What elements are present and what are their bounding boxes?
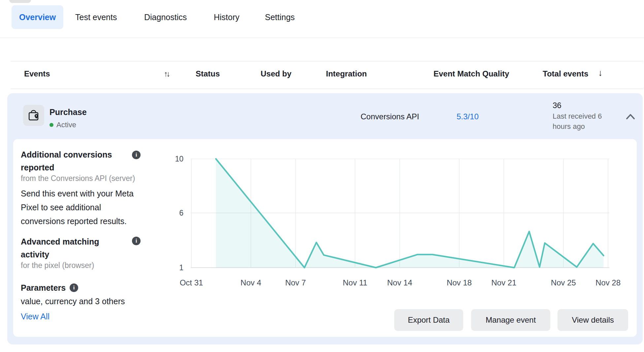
event-match-quality-value[interactable]: 5.3/10 xyxy=(457,112,479,121)
column-header-used-by: Used by xyxy=(261,69,291,78)
column-header-event-match-quality: Event Match Quality xyxy=(434,69,509,78)
shopping-bag-icon xyxy=(26,108,41,123)
column-header-events: Events xyxy=(24,69,50,78)
view-details-button[interactable]: View details xyxy=(558,309,628,331)
view-all-link[interactable]: View All xyxy=(21,312,49,321)
advanced-matching-info-icon[interactable]: i xyxy=(132,237,141,245)
events-manager-page: Overview Test events Diagnostics History… xyxy=(0,0,644,352)
integration-value: Conversions API xyxy=(361,112,419,121)
collapse-chevron-icon[interactable] xyxy=(626,113,635,120)
tab-history[interactable]: History xyxy=(214,5,240,29)
event-name: Purchase xyxy=(49,107,87,117)
export-data-label: Export Data xyxy=(408,315,450,325)
additional-conversions-body: Send this event with your Meta Pixel to … xyxy=(21,187,136,228)
table-header-bottom-border xyxy=(11,89,643,89)
total-events-cell: 36 Last received 6 hours ago xyxy=(553,101,617,132)
table-top-border xyxy=(11,61,643,61)
column-header-integration: Integration xyxy=(326,69,367,78)
tab-overview-label: Overview xyxy=(19,13,56,22)
parameters-value: value, currency and 3 others xyxy=(21,296,125,307)
truncated-top-element xyxy=(9,0,31,3)
sort-updown-icon[interactable]: ↑↓ xyxy=(164,70,169,78)
tab-settings-label: Settings xyxy=(265,13,295,22)
tab-test-events[interactable]: Test events xyxy=(75,5,117,29)
column-header-total-events: Total events xyxy=(543,69,588,78)
purchase-event-icon-tile xyxy=(23,105,44,126)
status-label: Active xyxy=(56,121,76,129)
event-status: Active xyxy=(49,121,76,129)
additional-conversions-info-icon[interactable]: i xyxy=(132,151,141,159)
tab-overview[interactable]: Overview xyxy=(12,5,63,29)
manage-event-label: Manage event xyxy=(486,315,536,325)
tabbar-divider xyxy=(0,38,644,38)
parameters-title: Parameters xyxy=(21,283,66,293)
advanced-matching-subtitle: for the pixel (browser) xyxy=(21,261,94,270)
column-header-status: Status xyxy=(196,69,220,78)
view-details-label: View details xyxy=(572,315,614,325)
additional-conversions-subtitle: from the Conversions API (server) xyxy=(21,174,135,183)
export-data-button[interactable]: Export Data xyxy=(394,309,463,331)
tab-test-events-label: Test events xyxy=(75,13,117,22)
parameters-info-icon[interactable]: i xyxy=(70,283,78,292)
last-received-label: Last received 6 hours ago xyxy=(553,111,617,132)
tab-settings[interactable]: Settings xyxy=(265,5,295,29)
additional-conversions-title: Additional conversions reported xyxy=(21,148,126,174)
status-green-dot-icon xyxy=(49,123,53,127)
manage-event-button[interactable]: Manage event xyxy=(471,309,550,331)
tab-history-label: History xyxy=(214,13,240,22)
parameters-row: Parameters i xyxy=(21,283,78,293)
advanced-matching-title: Advanced matching activity xyxy=(21,235,113,261)
total-events-value: 36 xyxy=(553,101,617,110)
tab-diagnostics-label: Diagnostics xyxy=(144,13,187,22)
event-row-purchase[interactable]: Purchase Active Conversions API 5.3/10 3… xyxy=(7,93,643,139)
sort-down-arrow-icon[interactable]: ↓ xyxy=(598,68,603,78)
tab-diagnostics[interactable]: Diagnostics xyxy=(144,5,187,29)
